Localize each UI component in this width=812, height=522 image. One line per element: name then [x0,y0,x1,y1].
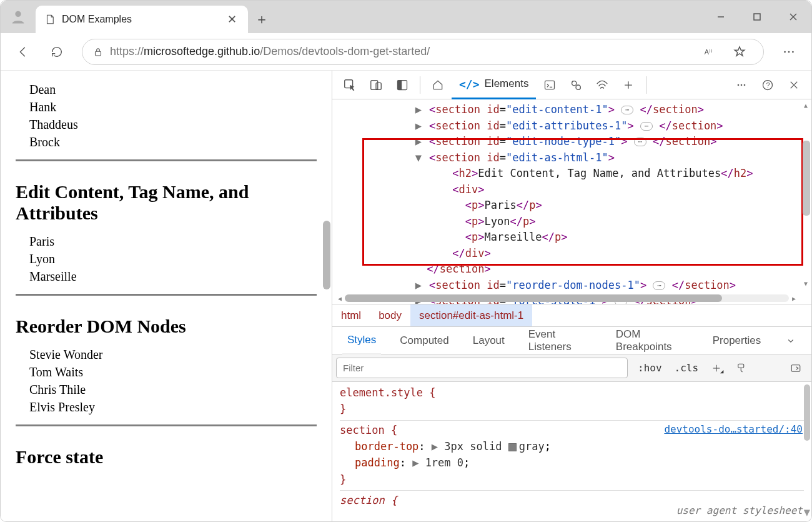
devtools-panel: </> Elements ? ▶ <section id="edit-conte… [332,71,811,521]
styles-scrollbar[interactable]: ▲ [803,382,811,521]
list-item: Stevie Wonder [29,346,317,363]
rendered-page: Dean Hank Thaddeus Brock Edit Content, T… [1,71,332,521]
svg-point-20 [738,84,740,86]
elements-tab[interactable]: </> Elements [452,71,536,99]
network-tab-icon[interactable] [590,73,615,98]
styles-rules[interactable]: element.style { } section { border-top: … [332,382,811,521]
sources-tab-icon[interactable] [563,73,588,98]
svg-rect-30 [791,364,800,371]
svg-rect-15 [545,81,555,89]
svg-point-9 [792,51,794,53]
styles-filterbar: :hov .cls ◢ [332,354,811,382]
tab-close-button[interactable]: ✕ [225,13,239,26]
musicians-list: Stevie Wonder Tom Waits Chris Thile Elvi… [16,346,317,416]
tab-title: DOM Examples [62,14,132,25]
list-item: Tom Waits [29,363,317,381]
svg-rect-11 [371,80,378,89]
devtools-close-button[interactable] [781,73,806,98]
styles-filter-input[interactable] [336,358,628,378]
refresh-button[interactable] [43,38,71,66]
svg-point-0 [15,11,21,17]
list-item: Chris Thile [29,381,317,398]
svg-rect-12 [376,83,381,89]
heading-edit: Edit Content, Tag Name, and Attributes [16,181,317,224]
svg-point-22 [744,84,746,86]
heading-reorder: Reorder DOM Nodes [16,316,317,337]
svg-text:A⁾⁾: A⁾⁾ [705,48,713,56]
svg-text:?: ? [766,81,770,89]
devtools-more-button[interactable] [729,73,754,98]
content-area: Dean Hank Thaddeus Brock Edit Content, T… [1,71,811,521]
devtools-tabstrip: </> Elements ? [332,71,811,99]
dom-vertical-scrollbar[interactable]: ▲▼ [801,101,810,288]
styles-tabstrip: Styles Computed Layout Event Listeners D… [332,327,811,354]
back-button[interactable] [9,38,37,66]
svg-point-21 [741,84,743,86]
lock-icon [92,46,104,58]
paint-icon[interactable] [730,354,753,382]
browser-tab[interactable]: DOM Examples ✕ [36,6,248,33]
add-tab-button[interactable] [616,73,641,98]
ua-stylesheet-label: user agent stylesheet [676,503,803,519]
list-item: Thaddeus [29,116,317,133]
source-link[interactable]: devtools-do…started/:40 [664,422,803,438]
new-style-button[interactable]: ◢ [705,354,730,382]
page-icon [44,14,56,25]
inspect-icon[interactable] [337,73,362,98]
svg-point-8 [788,51,790,53]
window-controls [703,1,811,33]
tab-properties[interactable]: Properties [708,327,766,354]
svg-point-7 [784,51,786,53]
list-item: Elvis Presley [29,398,317,416]
welcome-tab[interactable] [425,73,450,98]
tab-dom-breakpoints[interactable]: DOM Breakpoints [611,327,694,354]
new-tab-button[interactable]: ＋ [248,6,275,33]
tab-computed[interactable]: Computed [395,327,453,354]
code-icon: </> [459,78,480,91]
read-aloud-button[interactable]: A⁾⁾ [696,38,723,66]
svg-rect-14 [398,80,402,89]
color-swatch[interactable] [508,443,517,451]
svg-rect-2 [754,14,760,20]
close-button[interactable] [775,1,811,33]
svg-rect-5 [96,51,101,56]
breadcrumb-item[interactable]: body [370,304,410,326]
cls-toggle[interactable]: .cls [668,354,705,382]
minimize-button[interactable] [703,1,739,33]
list-item: Hank [29,98,317,116]
tab-layout[interactable]: Layout [468,327,510,354]
breadcrumb-item[interactable]: section#edit-as-html-1 [410,304,532,326]
list-item: Brock [29,133,317,151]
section-edit-as-html: Edit Content, Tag Name, and Attributes P… [16,159,317,285]
toggle-panel-icon[interactable] [784,354,808,382]
dom-breadcrumbs: html body section#edit-as-html-1 [332,304,811,327]
dom-horizontal-scrollbar[interactable]: ◀▶ [335,294,799,303]
list-item: Paris [29,233,317,250]
section-force-state: Force state [16,424,317,468]
console-tab-icon[interactable] [537,73,562,98]
cities-list: Paris Lyon Marseille [16,233,317,285]
page-scrollbar[interactable] [319,71,330,521]
section-reorder: Reorder DOM Nodes Stevie Wonder Tom Wait… [16,294,317,416]
tab-styles[interactable]: Styles [342,327,381,354]
window-titlebar: DOM Examples ✕ ＋ [1,1,811,33]
url-text: https://microsoftedge.github.io/Demos/de… [110,45,690,58]
dock-icon[interactable] [390,73,415,98]
tab-event-listeners[interactable]: Event Listeners [523,327,597,354]
list-item: Dean [29,81,317,98]
favorite-button[interactable] [726,38,753,66]
hov-toggle[interactable]: :hov [631,354,668,382]
name-list-1: Dean Hank Thaddeus Brock [16,81,317,151]
maximize-button[interactable] [739,1,775,33]
styles-more-button[interactable] [780,328,801,353]
browser-toolbar: https://microsoftedge.github.io/Demos/de… [1,33,811,71]
more-button[interactable] [775,38,803,66]
list-item: Lyon [29,250,317,268]
heading-force: Force state [16,446,317,468]
profile-button[interactable] [1,1,36,33]
dom-tree[interactable]: ▶ <section id="edit-content-1"> ⋯ </sect… [332,99,811,304]
address-bar[interactable]: https://microsoftedge.github.io/Demos/de… [82,39,764,65]
device-toggle-icon[interactable] [364,73,389,98]
devtools-help-button[interactable]: ? [755,73,780,98]
breadcrumb-item[interactable]: html [332,304,370,326]
